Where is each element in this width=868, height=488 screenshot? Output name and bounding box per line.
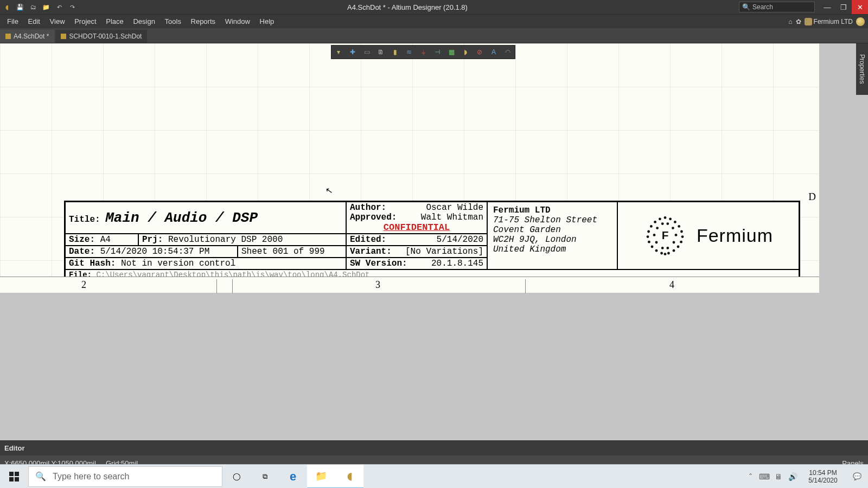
menu-tools[interactable]: Tools <box>161 16 185 27</box>
notification-icon: 💬 <box>853 472 861 480</box>
minimize-button[interactable]: — <box>819 0 835 14</box>
ruler-4: 4 <box>669 279 674 291</box>
save-icon[interactable]: 💾 <box>16 3 24 11</box>
svg-point-5 <box>650 225 653 228</box>
explorer-button[interactable]: 📁 <box>307 465 335 489</box>
menu-project[interactable]: Project <box>71 16 100 27</box>
svg-point-10 <box>681 235 684 238</box>
global-search[interactable]: 🔍 Search <box>739 2 815 12</box>
menu-design[interactable]: Design <box>129 16 158 27</box>
menu-place[interactable]: Place <box>102 16 127 27</box>
menu-help[interactable]: Help <box>256 16 278 27</box>
edited-label: Edited: <box>350 235 386 245</box>
editor-label[interactable]: Editor <box>4 444 25 452</box>
company-addr3: WC2H 9JQ, London <box>493 235 611 245</box>
fermium-logo-icon: F <box>643 214 687 258</box>
svg-rect-34 <box>15 477 19 481</box>
schematic-title-block[interactable]: Title: Main / Audio / DSP Author: Oscar … <box>64 201 800 281</box>
schdoc-icon <box>61 34 66 39</box>
altium-taskbar-button[interactable]: ◖ <box>335 465 363 489</box>
window-controls: — ❐ ✕ <box>819 0 868 14</box>
menu-reports[interactable]: Reports <box>187 16 220 27</box>
bus-icon[interactable]: ▮ <box>391 48 399 56</box>
tray-chevron-icon[interactable]: ˄ <box>743 472 757 481</box>
menu-edit[interactable]: Edit <box>24 16 44 27</box>
menu-view[interactable]: View <box>46 16 69 27</box>
filter-icon[interactable]: ▾ <box>334 48 343 56</box>
logo-text: Fermium <box>697 225 773 246</box>
tray-volume-icon[interactable]: 🔊 <box>786 472 800 481</box>
sheet-symbol-icon[interactable]: ▦ <box>447 48 456 56</box>
home-icon[interactable]: ⌂ <box>788 18 792 25</box>
active-bar-toolbar[interactable]: ▾ ✚ ▭ 🗎 ▮ ≋ ⏚ ⊣ ▦ ◗ ⊘ A ◠ <box>331 45 515 59</box>
editor-strip: Editor <box>0 440 868 455</box>
svg-point-14 <box>677 245 680 248</box>
titlebar-left-icons: ◖ 💾 🗂 📁 ↶ ↷ <box>0 3 76 11</box>
approved-label: Approved: <box>350 213 397 222</box>
taskbar-search[interactable]: 🔍 Type here to search <box>28 466 222 487</box>
undo-icon[interactable]: ↶ <box>55 3 63 11</box>
port-icon[interactable]: ⊣ <box>433 48 442 56</box>
no-erc-icon[interactable]: ⊘ <box>475 48 484 56</box>
maximize-button[interactable]: ❐ <box>835 0 852 14</box>
task-view-button[interactable]: ⧉ <box>251 465 279 489</box>
net-icon[interactable]: ≋ <box>405 48 413 56</box>
swver-label: SW Version: <box>350 259 407 268</box>
svg-point-4 <box>674 221 676 223</box>
open-icon[interactable]: 📁 <box>42 3 50 11</box>
ruler-2: 2 <box>81 279 217 293</box>
svg-rect-31 <box>9 472 14 476</box>
mouse-cursor-icon: ↖ <box>324 185 333 196</box>
edge-button[interactable]: e <box>279 465 307 489</box>
svg-point-1 <box>659 217 661 220</box>
save-all-icon[interactable]: 🗂 <box>29 3 37 11</box>
brand-icon <box>805 18 812 25</box>
size-label: Size: <box>69 235 95 245</box>
tab-a4-schdot[interactable]: A4.SchDot * <box>0 30 54 43</box>
settings-icon[interactable]: ✿ <box>796 18 801 25</box>
user-avatar[interactable] <box>856 17 865 26</box>
taskbar-search-placeholder: Type here to search <box>53 472 129 481</box>
document-icon[interactable]: 🗎 <box>376 48 385 56</box>
arc-icon[interactable]: ◠ <box>503 48 512 56</box>
menu-window[interactable]: Window <box>221 16 254 27</box>
cortana-button[interactable]: ◯ <box>222 465 251 489</box>
rect-icon[interactable]: ▭ <box>362 48 371 56</box>
start-button[interactable] <box>0 465 28 489</box>
redo-icon[interactable]: ↷ <box>68 3 76 11</box>
tray-display-icon[interactable]: 🖥 <box>771 472 786 481</box>
tab-schdot-0010[interactable]: SCHDOT-0010-1.SchDot <box>55 30 147 43</box>
prj-value: Revolutionary DSP 2000 <box>168 235 283 245</box>
author-label: Author: <box>350 203 386 213</box>
crosshair-icon[interactable]: ✚ <box>348 48 357 56</box>
row-marker-d: D <box>808 191 816 203</box>
svg-point-3 <box>654 221 656 223</box>
date-value: 5/14/2020 10:54:37 PM <box>100 247 210 256</box>
schdoc-icon <box>5 34 11 39</box>
svg-point-16 <box>673 249 675 252</box>
githash-value: Not in version control <box>121 259 235 268</box>
sheet-value: Sheet 001 of 999 <box>241 247 325 256</box>
date-label: Date: <box>69 247 95 256</box>
tray-input-icon[interactable]: ⌨ <box>757 472 771 481</box>
properties-panel-tab[interactable]: Properties <box>856 43 868 95</box>
clock-time: 10:54 PM <box>802 469 844 477</box>
schematic-sheet[interactable]: ▾ ✚ ▭ 🗎 ▮ ≋ ⏚ ⊣ ▦ ◗ ⊘ A ◠ ↖ D Title: Mai… <box>0 43 819 293</box>
titlebar: ◖ 💾 🗂 📁 ↶ ↷ A4.SchDot * - Altium Designe… <box>0 0 868 14</box>
edited-value: 5/14/2020 <box>437 235 483 245</box>
svg-point-17 <box>660 252 663 254</box>
taskbar-clock[interactable]: 10:54 PM 5/14/2020 <box>800 469 846 484</box>
close-button[interactable]: ✕ <box>852 0 868 14</box>
svg-point-2 <box>669 217 672 220</box>
menubar: File Edit View Project Place Design Tool… <box>0 14 868 28</box>
workspace-brand[interactable]: Fermium LTD <box>805 18 853 25</box>
text-icon[interactable]: A <box>489 48 498 56</box>
menu-file[interactable]: File <box>3 16 22 27</box>
search-icon: 🔍 <box>742 3 750 11</box>
confidential-stamp: CONFIDENTIAL <box>384 222 450 233</box>
work-area: ▾ ✚ ▭ 🗎 ▮ ≋ ⏚ ⊣ ▦ ◗ ⊘ A ◠ ↖ D Title: Mai… <box>0 43 868 440</box>
action-center-button[interactable]: 💬 <box>846 472 868 480</box>
power-icon[interactable]: ⏚ <box>419 48 427 56</box>
prj-label: Prj: <box>142 235 163 245</box>
harness-icon[interactable]: ◗ <box>461 48 470 56</box>
